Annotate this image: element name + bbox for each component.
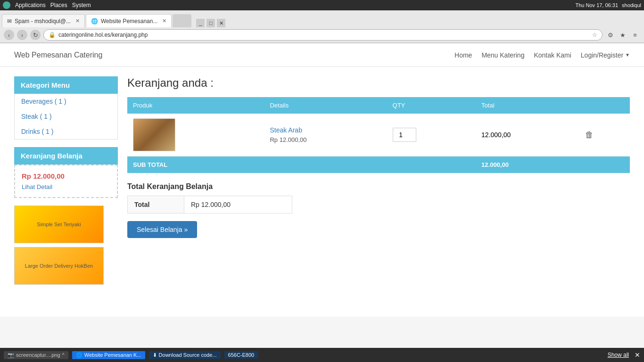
sidebar-cart-box: Rp 12.000,00 Lihat Detail (14, 165, 118, 198)
cart-table: Produk Details QTY Total Ste (127, 97, 630, 173)
nav-links: Home Menu Katering Kontak Kami Login/Reg… (454, 51, 630, 59)
total-row: Total Rp 12.000,00 (128, 196, 292, 214)
browser-actions: ⚙ ★ ≡ (605, 30, 640, 40)
col-produk: Produk (127, 97, 264, 114)
product-image-cell (127, 114, 264, 156)
tab-website[interactable]: 🌐 Website Pemesanan... ✕ (86, 14, 172, 27)
nav-reload[interactable]: ↻ (30, 30, 41, 40)
os-logo (3, 1, 10, 9)
total-section-title: Total Keranjang Belanja (127, 182, 213, 191)
os-menu-system[interactable]: System (72, 2, 91, 8)
nav-home[interactable]: Home (454, 51, 472, 59)
os-menu-places[interactable]: Places (50, 2, 67, 8)
product-image (133, 118, 175, 151)
checkout-button[interactable]: Selesai Belanja » (127, 221, 197, 238)
sidebar-category-menu: Beverages ( 1 ) Steak ( 1 ) Drinks ( 1 ) (14, 94, 118, 140)
tab-gmail-icon: ✉ (7, 18, 12, 25)
cart-table-head: Produk Details QTY Total (127, 97, 630, 114)
sidebar-category-header: Kategori Menu (14, 76, 118, 94)
main-content: Keranjang anda : Produk Details QTY Tota… (127, 76, 630, 285)
cart-total-price: Rp 12.000,00 (22, 172, 110, 180)
star-icon[interactable]: ☆ (592, 32, 597, 38)
product-qty-cell (387, 114, 476, 156)
systray-user: shodiqul (622, 2, 641, 8)
col-qty: QTY (387, 97, 476, 114)
tab-new[interactable] (173, 14, 191, 27)
product-total-cell: 12.000,00 (476, 114, 579, 156)
col-action (579, 97, 630, 114)
extensions-btn[interactable]: ⚙ (605, 30, 616, 40)
sidebar-ad-2-wrapper: Large Order Delivery HokBen (14, 247, 118, 285)
sidebar-item-beverages[interactable]: Beverages ( 1 ) (15, 94, 117, 109)
delete-item-button[interactable]: 🗑 (585, 130, 594, 140)
systray-datetime: Thu Nov 17, 06:31 (576, 2, 619, 8)
wc-minimize[interactable]: _ (196, 19, 205, 27)
os-bar-left: Applications Places System (3, 1, 91, 9)
tab-gmail[interactable]: ✉ Spam - mshodiqul@... ✕ (2, 14, 85, 27)
bookmark-btn[interactable]: ★ (618, 30, 628, 40)
total-section: Total Keranjang Belanja Total Rp 12.000,… (127, 182, 630, 238)
os-bar-right: Thu Nov 17, 06:31 shodiqul (576, 2, 642, 8)
nav-login-register[interactable]: Login/Register ▼ (581, 51, 630, 59)
page-wrapper: Web Pemesanan Catering Home Menu Katerin… (0, 43, 644, 317)
subtotal-value: 12.000,00 (476, 156, 579, 173)
product-delete-cell: 🗑 (579, 114, 630, 156)
product-name-link[interactable]: Steak Arab (270, 126, 381, 134)
nav-kontak[interactable]: Kontak Kami (534, 51, 571, 59)
page-title: Keranjang anda : (127, 76, 630, 90)
total-table: Total Rp 12.000,00 (127, 196, 292, 214)
login-dropdown-arrow: ▼ (625, 52, 630, 58)
tab-gmail-label: Spam - mshodiqul@... (15, 18, 71, 25)
browser-chrome: ✉ Spam - mshodiqul@... ✕ 🌐 Website Pemes… (0, 10, 644, 43)
subtotal-row: SUB TOTAL 12.000,00 (127, 156, 630, 173)
site-brand: Web Pemesanan Catering (14, 51, 454, 59)
col-details: Details (264, 97, 387, 114)
sidebar-item-drinks[interactable]: Drinks ( 1 ) (15, 124, 117, 139)
sidebar-item-steak[interactable]: Steak ( 1 ) (15, 109, 117, 124)
nav-menu-katering[interactable]: Menu Katering (481, 51, 524, 59)
wc-close[interactable]: ✕ (217, 19, 225, 27)
tab-website-label: Website Pemesanan... (101, 18, 158, 25)
tab-website-close[interactable]: ✕ (162, 18, 166, 24)
cart-table-foot: SUB TOTAL 12.000,00 (127, 156, 630, 173)
address-bar-actions: ☆ (592, 32, 597, 38)
total-value-cell: Rp 12.000,00 (184, 196, 292, 214)
ad2-title: Large Order Delivery HokBen (25, 263, 93, 269)
tab-gmail-close[interactable]: ✕ (75, 18, 80, 24)
subtotal-empty-qty (387, 156, 476, 173)
address-bar[interactable]: 🔒 cateringonline.hol.es/keranjang.php ☆ (43, 29, 603, 41)
sidebar-cart-header: Keranjang Belanja (14, 147, 118, 165)
product-price-detail: Rp 12.000,00 (270, 136, 306, 143)
table-row: Steak Arab Rp 12.000,00 12.000,00 🗑 (127, 114, 630, 156)
os-menu-applications[interactable]: Applications (15, 2, 46, 8)
ad1-title: Simple Set Teriyaki (37, 222, 81, 227)
cart-table-header-row: Produk Details QTY Total (127, 97, 630, 114)
tab-bar: ✉ Spam - mshodiqul@... ✕ 🌐 Website Pemes… (0, 10, 644, 27)
browser-menu-btn[interactable]: ≡ (630, 30, 640, 40)
col-total: Total (476, 97, 579, 114)
address-lock-icon: 🔒 (49, 32, 56, 38)
nav-back[interactable]: ‹ (4, 30, 14, 40)
wc-maximize[interactable]: □ (206, 19, 215, 27)
sidebar-ad-1: Simple Set Teriyaki (14, 206, 104, 243)
content-area: Kategori Menu Beverages ( 1 ) Steak ( 1 … (0, 67, 644, 294)
subtotal-empty-action (579, 156, 630, 173)
window-controls: _ □ ✕ (196, 19, 225, 27)
subtotal-label: SUB TOTAL (127, 156, 387, 173)
os-topbar: Applications Places System Thu Nov 17, 0… (0, 0, 644, 10)
address-bar-row: ‹ › ↻ 🔒 cateringonline.hol.es/keranjang.… (0, 27, 644, 43)
sidebar: Kategori Menu Beverages ( 1 ) Steak ( 1 … (14, 76, 118, 285)
sidebar-ad-2: Large Order Delivery HokBen (14, 247, 104, 285)
qty-input[interactable] (393, 128, 416, 142)
tab-website-icon: 🌐 (91, 18, 98, 25)
product-details-cell: Steak Arab Rp 12.000,00 (264, 114, 387, 156)
cart-detail-link[interactable]: Lihat Detail (22, 183, 52, 190)
address-url: cateringonline.hol.es/keranjang.php (58, 32, 589, 38)
total-label-cell: Total (128, 196, 184, 214)
nav-forward[interactable]: › (17, 30, 27, 40)
cart-table-body: Steak Arab Rp 12.000,00 12.000,00 🗑 (127, 114, 630, 156)
site-nav: Web Pemesanan Catering Home Menu Katerin… (0, 43, 644, 67)
